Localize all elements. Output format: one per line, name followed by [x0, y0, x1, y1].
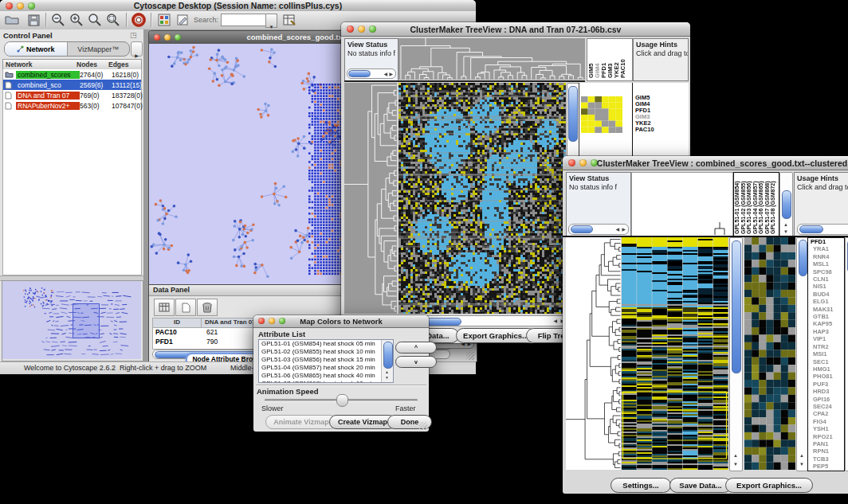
gene-label[interactable]: PHO81: [811, 373, 844, 380]
column-label[interactable]: GPL51-04 (GSM857): [752, 181, 758, 234]
gene-label[interactable]: KAP95: [811, 320, 844, 327]
delete-trash-icon[interactable]: [197, 299, 218, 316]
gene-label[interactable]: RNR4: [811, 253, 844, 260]
attribute-list-scrollbar[interactable]: [381, 340, 393, 382]
gene-label[interactable]: PEP5: [811, 463, 844, 470]
gene-label[interactable]: PAN1: [811, 440, 844, 447]
tv1-export-graphics-button[interactable]: Export Graphics...: [456, 328, 536, 343]
tv2-genelist-scrollbar[interactable]: [845, 237, 848, 471]
gene-label[interactable]: SPC98: [811, 268, 844, 275]
zoom-fit-icon[interactable]: [86, 12, 104, 28]
move-up-button[interactable]: ^: [395, 342, 437, 354]
create-vizmap-button[interactable]: Create Vizmap: [329, 415, 396, 429]
gene-label[interactable]: YSH1: [811, 425, 844, 432]
gene-label[interactable]: MON2: [811, 471, 844, 471]
table-icon[interactable]: [154, 299, 175, 316]
gene-label[interactable]: RPO21: [811, 433, 844, 440]
attribute-list-item[interactable]: GPL51-04 (GSM857) heat shock 20 min: [259, 364, 380, 372]
gene-label[interactable]: MSI1: [811, 350, 844, 357]
attribute-table-icon[interactable]: [281, 12, 298, 28]
network-list-row[interactable]: DNA and Tran 07 769(0) 183728(0): [3, 90, 141, 100]
tv1-zoom-matrix[interactable]: [581, 96, 622, 133]
gene-label[interactable]: HAP3: [811, 328, 844, 335]
column-label[interactable]: GPL51-02 (GSM855): [740, 181, 746, 234]
gene-label[interactable]: RPN1: [811, 447, 844, 455]
search-input[interactable]: [221, 14, 268, 26]
tv1-status-scrollbar[interactable]: [347, 68, 396, 79]
new-attribute-icon[interactable]: [175, 299, 196, 316]
attribute-list-item[interactable]: GPL51-02 (GSM855) heat shock 10 min: [259, 348, 380, 356]
zoom-out-icon[interactable]: [49, 12, 67, 28]
network-list-row[interactable]: combined_sco 2569(6) 13112(15): [3, 80, 141, 90]
tab-overflow-button[interactable]: [131, 41, 143, 57]
tab-vizmapper[interactable]: VizMapper™: [68, 42, 130, 56]
gene-label[interactable]: PUF3: [811, 381, 844, 388]
annotation-icon[interactable]: [174, 12, 191, 28]
tv2-heatmap[interactable]: [622, 237, 728, 470]
gene-label[interactable]: NTR2: [811, 343, 844, 350]
column-label[interactable]: PAC10: [619, 59, 626, 78]
tv2-settings-button[interactable]: Settings...: [610, 478, 671, 493]
gene-label[interactable]: YRA1: [811, 245, 844, 252]
gene-label[interactable]: HRD3: [811, 388, 844, 395]
gene-label[interactable]: GTB1: [811, 313, 844, 320]
tv2-row-dendrogram[interactable]: [566, 237, 621, 470]
gene-label[interactable]: MSL1: [811, 260, 844, 268]
zoom-in-icon[interactable]: [68, 12, 85, 28]
gene-label[interactable]: PAC10: [633, 127, 689, 133]
gene-label[interactable]: ELG1: [811, 298, 844, 305]
vizmap-palette-icon[interactable]: [155, 12, 173, 28]
help-lifebuoy-icon[interactable]: [130, 12, 147, 28]
tv2-usage-scrollbar[interactable]: [797, 224, 848, 235]
gene-label[interactable]: HMG1: [811, 365, 844, 373]
selected-gene-label[interactable]: PFD1: [808, 238, 844, 245]
column-label[interactable]: GPL51-08 (GSM872): [770, 181, 775, 234]
move-down-button[interactable]: v: [395, 356, 437, 368]
column-label[interactable]: GPL51-03 (GSM856): [746, 181, 752, 234]
tv2-zoom-heatmap[interactable]: [744, 237, 795, 470]
network-list-row[interactable]: combined_scores 2764(0) 16218(0): [3, 69, 141, 80]
gene-label[interactable]: CPA2: [811, 410, 844, 417]
tv2-zoom-scrollbar[interactable]: [796, 237, 808, 471]
network-overview-canvas[interactable]: [2, 281, 141, 359]
tv2-titlebar[interactable]: ClusterMaker TreeView : combined_scores_…: [563, 156, 848, 170]
gene-label[interactable]: VIP1: [811, 335, 844, 342]
open-file-button[interactable]: [3, 12, 21, 28]
tv1-heatmap[interactable]: [398, 83, 566, 314]
gene-label[interactable]: GPI16: [811, 396, 844, 403]
dialog-titlebar[interactable]: Map Colors to Network: [253, 315, 429, 328]
tv1-row-dendrogram[interactable]: [344, 83, 397, 314]
gene-label[interactable]: CLN1: [811, 275, 844, 283]
tv2-column-dendrogram[interactable]: [631, 172, 733, 237]
column-label[interactable]: GPL51-01 (GSM854): [734, 181, 740, 234]
tv2-collabel-scrollbar[interactable]: [779, 172, 793, 237]
slider-thumb[interactable]: [336, 394, 348, 407]
tv1-titlebar[interactable]: ClusterMaker TreeView : DNA and Tran 07-…: [341, 22, 690, 37]
tv2-export-graphics-button[interactable]: Export Graphics...: [725, 478, 813, 493]
tv2-status-scrollbar[interactable]: [568, 224, 629, 235]
gene-label[interactable]: NIS1: [811, 283, 844, 290]
search-dropdown-icon[interactable]: [265, 14, 277, 28]
network-list-row[interactable]: RNAPuberNov2+ 563(0) 107847(0): [3, 100, 141, 111]
tv1-column-dendrogram[interactable]: [398, 38, 585, 80]
gene-label[interactable]: SEC24: [811, 403, 844, 410]
attribute-list-item[interactable]: GPL51-03 (GSM856) heat shock 15 min: [259, 356, 380, 364]
gene-label[interactable]: BUD4: [811, 291, 844, 298]
attribute-list-item[interactable]: GPL51-06 (GSM865) heat shock 40 min: [259, 372, 380, 380]
zoom-selected-icon[interactable]: [104, 12, 122, 28]
main-titlebar[interactable]: Cytoscape Desktop (Session Name: collins…: [0, 0, 476, 12]
animate-vizmap-button[interactable]: Animate Vizmap: [265, 415, 337, 429]
column-label[interactable]: GPL51-06 (GSM865): [758, 181, 764, 234]
attribute-list-item[interactable]: GPL51-01 (GSM854) heat shock 05 min: [259, 340, 380, 348]
resize-grip-icon[interactable]: [466, 352, 474, 360]
animation-speed-slider[interactable]: [265, 399, 418, 401]
tv2-vscrollbar[interactable]: [729, 237, 743, 471]
attribute-list-item[interactable]: GPL51-07 (GSM868) heat shock 60 min: [259, 380, 380, 383]
column-label[interactable]: GPL51-07 (GSM868): [764, 181, 770, 234]
gene-label[interactable]: TCB3: [811, 455, 844, 463]
tv2-save-data-button[interactable]: Save Data...: [669, 478, 732, 493]
gene-label[interactable]: MAK31: [811, 306, 844, 313]
save-button[interactable]: [25, 12, 42, 28]
gene-label[interactable]: SEC1: [811, 358, 844, 365]
float-panel-icon[interactable]: ◳: [130, 31, 137, 39]
